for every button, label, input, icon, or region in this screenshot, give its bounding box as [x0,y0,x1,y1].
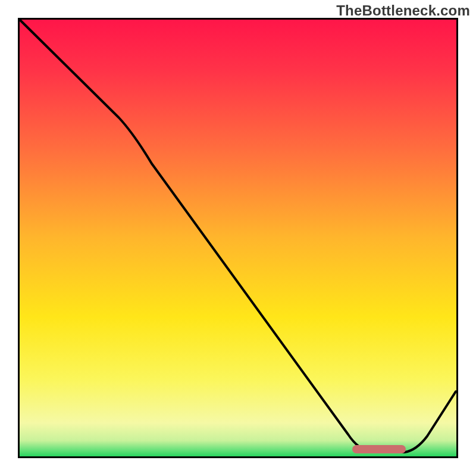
plot-area [18,18,458,458]
chart-container: TheBottleneck.com [0,0,476,476]
chart-svg [18,18,458,458]
watermark-text: TheBottleneck.com [336,2,470,19]
optimal-marker [352,445,406,453]
